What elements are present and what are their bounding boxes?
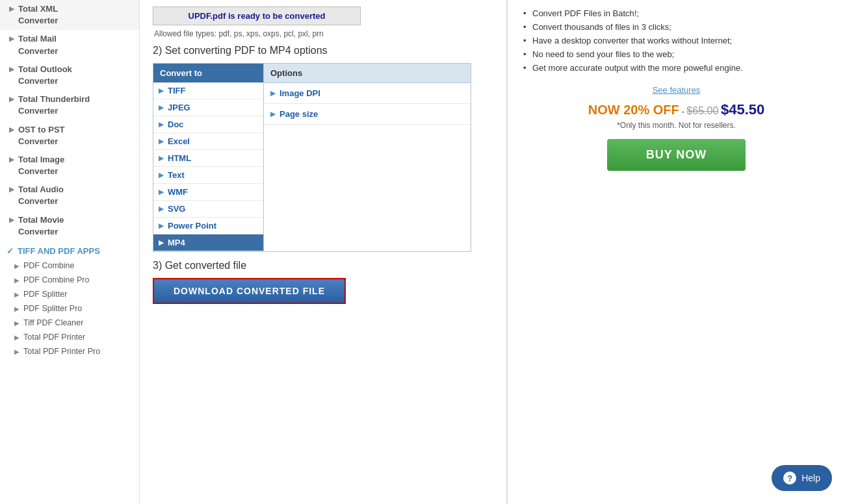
- tri-icon: ▶: [159, 205, 164, 212]
- download-converted-button[interactable]: DOWNLOAD CONVERTED FILE: [154, 279, 344, 303]
- sub-item-label: Tiff PDF Cleaner: [23, 318, 83, 327]
- feature-item: Get more accurate output with the more p…: [521, 61, 832, 75]
- format-option-tiff[interactable]: ▶ TIFF: [153, 82, 263, 99]
- help-icon: ?: [783, 472, 796, 485]
- sidebar-item-total-movie[interactable]: ▶ Total MovieConverter: [0, 211, 139, 241]
- feature-item: Have a desktop converter that works with…: [521, 34, 832, 47]
- feature-item: No need to send your files to the web;: [521, 47, 832, 61]
- format-label: SVG: [168, 204, 185, 214]
- promo-note: *Only this month. Not for resellers.: [521, 121, 832, 130]
- sidebar-item-total-thunderbird[interactable]: ▶ Total ThunderbirdConverter: [0, 90, 139, 120]
- format-option-svg[interactable]: ▶ SVG: [153, 201, 263, 218]
- tri-icon: ▶: [159, 188, 164, 195]
- format-label: Text: [168, 170, 185, 180]
- arrow-icon: ▶: [9, 4, 14, 14]
- sidebar-item-label: Total AudioConverter: [18, 184, 64, 207]
- see-features-link[interactable]: See features: [521, 85, 832, 95]
- arrow-icon: ▶: [9, 34, 14, 44]
- arrow-icon: ▶: [9, 215, 14, 225]
- tri-icon: ▶: [159, 222, 164, 229]
- feature-item: Convert thousands of files in 3 clicks;: [521, 20, 832, 34]
- download-btn-wrapper: DOWNLOAD CONVERTED FILE: [153, 278, 346, 304]
- arrow-icon: ▶: [9, 155, 14, 164]
- format-label: Power Point: [168, 221, 216, 231]
- sidebar-item-tiff-pdf-cleaner[interactable]: ▶ Tiff PDF Cleaner: [0, 316, 139, 330]
- tri-icon: ▶: [159, 239, 164, 246]
- buy-now-button[interactable]: BUY NOW: [607, 139, 746, 171]
- help-label: Help: [801, 473, 820, 483]
- help-button[interactable]: ? Help: [772, 465, 832, 491]
- sidebar-item-label: Total ThunderbirdConverter: [18, 94, 90, 117]
- format-option-wmf[interactable]: ▶ WMF: [153, 184, 263, 201]
- sidebar-item-total-xml[interactable]: ▶ Total XMLConverter: [0, 0, 139, 30]
- option-label: Page size: [280, 109, 318, 119]
- top-section: UPDF.pdf is ready to be converted Allowe…: [140, 0, 845, 504]
- sidebar-section-tiff-pdf[interactable]: ✓ TIFF AND PDF APPS: [0, 241, 139, 258]
- tri-icon: ▶: [159, 121, 164, 128]
- format-option-excel[interactable]: ▶ Excel: [153, 133, 263, 150]
- arrow-icon: ▶: [14, 262, 20, 270]
- sidebar-item-total-audio[interactable]: ▶ Total AudioConverter: [0, 181, 139, 210]
- check-icon: ✓: [6, 246, 14, 256]
- format-option-text[interactable]: ▶ Text: [153, 167, 263, 184]
- sidebar: ▶ Total XMLConverter ▶ Total MailConvert…: [0, 0, 140, 504]
- format-label: WMF: [168, 187, 188, 197]
- format-option-powerpoint[interactable]: ▶ Power Point: [153, 218, 263, 234]
- arrow-icon: ▶: [9, 184, 14, 194]
- arrow-icon: ▶: [9, 94, 14, 104]
- format-label: Excel: [168, 136, 190, 146]
- sidebar-item-total-image[interactable]: ▶ Total ImageConverter: [0, 151, 139, 181]
- sidebar-item-total-outlook[interactable]: ▶ Total OutlookConverter: [0, 60, 139, 90]
- features-list: Convert PDF Files in Batch!; Convert tho…: [521, 6, 832, 75]
- tri-icon: ▶: [159, 87, 164, 94]
- promo-new-price: $45.50: [721, 101, 764, 118]
- convert-container: Convert to ▶ TIFF ▶ JPEG ▶ Doc: [153, 63, 471, 252]
- sub-item-label: Total PDF Printer: [23, 333, 85, 342]
- sidebar-item-label: Total OutlookConverter: [18, 64, 72, 87]
- sidebar-item-total-mail[interactable]: ▶ Total MailConverter: [0, 30, 139, 60]
- sidebar-item-label: Total MailConverter: [18, 33, 58, 57]
- tri-icon: ▶: [159, 155, 164, 162]
- main-content: UPDF.pdf is ready to be converted Allowe…: [140, 0, 845, 504]
- tri-icon: ▶: [159, 171, 164, 179]
- format-label: JPEG: [168, 103, 190, 112]
- allowed-types: Allowed file types: pdf, ps, xps, oxps, …: [154, 29, 324, 38]
- sidebar-item-pdf-combine[interactable]: ▶ PDF Combine: [0, 258, 139, 273]
- arrow-icon: ▶: [9, 64, 14, 74]
- tri-icon: ▶: [270, 90, 276, 97]
- arrow-icon: ▶: [14, 305, 20, 312]
- format-label: HTML: [168, 153, 191, 163]
- sub-item-label: Total PDF Printer Pro: [23, 347, 100, 356]
- step2-title: 2) Set converting PDF to MP4 options: [153, 45, 328, 57]
- tri-icon: ▶: [270, 110, 276, 118]
- help-button-container: ? Help: [772, 465, 832, 491]
- sidebar-item-pdf-splitter[interactable]: ▶ PDF Splitter: [0, 287, 139, 301]
- sidebar-item-pdf-combine-pro[interactable]: ▶ PDF Combine Pro: [0, 273, 139, 287]
- feature-item: Convert PDF Files in Batch!;: [521, 6, 832, 20]
- option-image-dpi[interactable]: ▶ Image DPI: [264, 83, 471, 104]
- format-option-html[interactable]: ▶ HTML: [153, 150, 263, 167]
- format-option-jpeg[interactable]: ▶ JPEG: [153, 99, 263, 116]
- promo-now: NOW 20% OFF: [588, 103, 679, 117]
- sub-item-label: PDF Splitter Pro: [23, 304, 82, 313]
- step3-title: 3) Get converted file: [153, 260, 246, 271]
- arrow-icon: ▶: [14, 277, 20, 284]
- format-label: MP4: [168, 238, 185, 247]
- sidebar-item-total-pdf-printer[interactable]: ▶ Total PDF Printer: [0, 330, 139, 344]
- sidebar-item-label: OST to PSTConverter: [18, 124, 65, 147]
- sidebar-item-pdf-splitter-pro[interactable]: ▶ PDF Splitter Pro: [0, 301, 139, 316]
- arrow-icon: ▶: [14, 334, 20, 341]
- section-header-label: TIFF AND PDF APPS: [18, 246, 100, 256]
- format-label: Doc: [168, 120, 184, 129]
- format-option-mp4[interactable]: ▶ MP4: [153, 234, 263, 251]
- promo-price: NOW 20% OFF - $65.00 $45.50: [521, 101, 832, 118]
- option-page-size[interactable]: ▶ Page size: [264, 104, 471, 125]
- format-option-doc[interactable]: ▶ Doc: [153, 116, 263, 133]
- format-label: TIFF: [168, 86, 185, 95]
- sidebar-item-total-pdf-printer-pro[interactable]: ▶ Total PDF Printer Pro: [0, 344, 139, 359]
- format-list: Convert to ▶ TIFF ▶ JPEG ▶ Doc: [153, 64, 264, 251]
- promo-old-price: $65.00: [686, 105, 718, 116]
- sidebar-item-label: Total XMLConverter: [18, 3, 58, 27]
- sidebar-item-ost-pst[interactable]: ▶ OST to PSTConverter: [0, 121, 139, 151]
- options-header: Options: [264, 64, 471, 83]
